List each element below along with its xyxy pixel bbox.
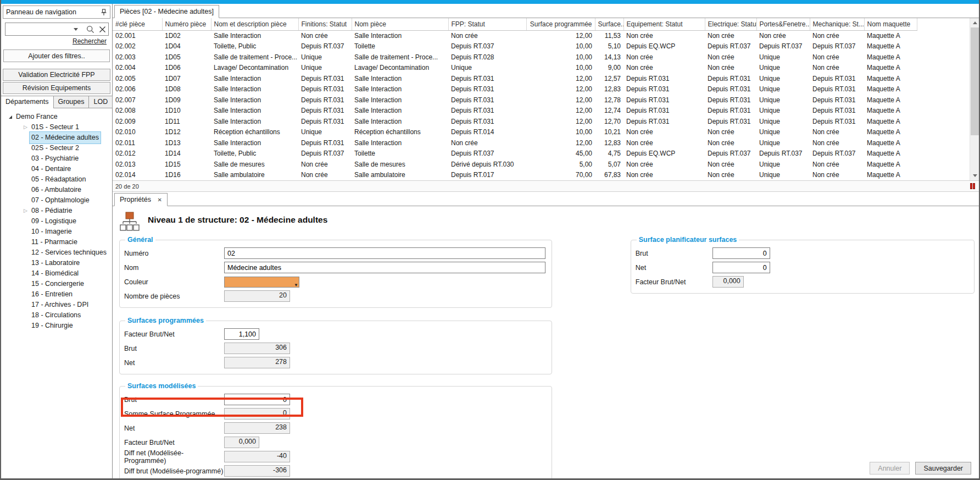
table-cell: Maquette A [864, 30, 917, 41]
table-cell: Depuis RT.031 [705, 73, 756, 84]
table-cell: Depuis RT.031 [623, 106, 705, 117]
nav-tab-groupes[interactable]: Groupes [53, 96, 90, 108]
table-row[interactable]: 02.0011D02Salle InteractionNon créeSalle… [113, 30, 917, 41]
table-cell: Unique [756, 95, 810, 106]
table-cell: 1D07 [162, 73, 211, 84]
form-row: Brut306 [124, 341, 547, 355]
column-header[interactable]: Surface programmée [526, 18, 595, 30]
expand-arrow-icon[interactable]: ▷ [22, 122, 29, 133]
saved-filter-button[interactable]: Révision Equipements [3, 82, 110, 94]
table-cell: Depuis RT.031 [448, 84, 526, 95]
plan-brut-input[interactable] [712, 247, 770, 259]
table-cell: 02.012 [113, 148, 162, 159]
table-row[interactable]: 02.0111D13Salle InteractionDepuis RT.031… [113, 137, 917, 148]
table-cell: 1D15 [162, 159, 211, 170]
surfaces-programmees-rows: Facteur Brut/NetBrut306Net278 [124, 327, 547, 369]
expand-arrow-icon[interactable]: ▷ [22, 206, 29, 216]
column-header[interactable]: Electrique: Statut [705, 18, 756, 30]
chevron-down-icon[interactable] [74, 28, 78, 31]
field-label: Diff brut (Modélisée-programmé) [124, 467, 224, 475]
table-cell: Depuis RT.031 [810, 73, 864, 84]
expand-arrow-icon[interactable] [7, 115, 14, 119]
clear-search-icon[interactable] [99, 26, 106, 33]
table-cell: Non crée [298, 170, 352, 181]
add-filters-button[interactable]: Ajouter des filtres.. [3, 49, 110, 62]
table-cell: 02.010 [113, 127, 162, 138]
table-row[interactable]: 02.0101D12Réception échantillonsUniqueRé… [113, 127, 917, 138]
search-link[interactable]: Rechercher [73, 37, 107, 45]
properties-title: Niveau 1 de structure: 02 - Médecine adu… [148, 215, 327, 225]
tab-pieces[interactable]: Pièces [02 - Médecine adultes] [114, 5, 219, 18]
column-header[interactable]: FPP: Statut [448, 18, 526, 30]
table-row[interactable]: 02.0021D04Toilette, PublicDepuis RT.037T… [113, 41, 917, 52]
table-cell: 10,00 [526, 127, 595, 138]
plan-net-input[interactable] [712, 262, 770, 273]
column-header[interactable]: Surface... [595, 18, 623, 30]
model-brut-input[interactable] [224, 394, 290, 405]
table-cell: Depuis RT.037 [448, 148, 526, 159]
nav-tab-départements[interactable]: Départements [1, 96, 54, 108]
table-row[interactable]: 02.0121D14Toilette, PublicDepuis RT.037T… [113, 148, 917, 159]
general-group: Général NuméroNomCouleur▼Nombre de pièce… [119, 236, 552, 308]
column-header[interactable]: Nom pièce [352, 18, 448, 30]
tree-item[interactable]: 19 - Chirurgie [1, 321, 112, 331]
table-row[interactable]: 02.0061D08Salle InteractionDepuis RT.031… [113, 84, 917, 95]
table-row[interactable]: 02.0141D16Salle ambulatoireNon créeSalle… [113, 170, 917, 181]
table-cell: 02.003 [113, 52, 162, 63]
saved-filter-button[interactable]: Validation Electricité FPP [3, 69, 110, 81]
scroll-up-icon[interactable] [970, 18, 979, 27]
numero-input[interactable] [224, 247, 545, 259]
form-row: Net278 [124, 356, 547, 369]
table-cell: Toilette, Public [211, 41, 298, 52]
search-input[interactable] [5, 23, 109, 36]
table-cell: Depuis RT.037 [810, 148, 864, 159]
cancel-button[interactable]: Annuler [870, 462, 910, 475]
form-row: Diff brut (Modélisée-programmé)-306 [124, 464, 547, 478]
form-row: Diff net (Modélisée-Programmée)-40 [124, 450, 547, 464]
table-cell: Salle Interaction [211, 73, 298, 84]
table-cell: Depuis EQ.WCP [623, 148, 705, 159]
table-cell: Toilette, Public [211, 148, 298, 159]
nom-input[interactable] [224, 262, 545, 273]
couleur-dropdown[interactable]: ▼ [224, 277, 299, 288]
table-row[interactable]: 02.0091D11Salle InteractionDepuis RT.031… [113, 116, 917, 127]
surface-planificateur-rows: BrutNetFacteur Brut/Net0,000 [636, 246, 970, 289]
scrollbar-thumb[interactable] [971, 27, 979, 135]
model-status-icon[interactable] [970, 183, 975, 189]
table-cell: 10,00 [526, 41, 595, 52]
column-header[interactable]: Equipement: Statut [623, 18, 705, 30]
table-row[interactable]: 02.0071D09Salle InteractionDepuis RT.031… [113, 95, 917, 106]
close-icon[interactable]: ✕ [157, 197, 162, 203]
table-cell: 1D06 [162, 63, 211, 74]
tab-proprietes[interactable]: Propriétés ✕ [114, 193, 168, 206]
prog-net-value: 278 [224, 357, 290, 368]
column-header[interactable]: Nom et description pièce [211, 18, 298, 30]
column-header[interactable]: Nom maquette [864, 18, 917, 30]
table-cell: Lavage/ Decontamination [211, 63, 298, 74]
column-header[interactable]: Numéro pièce [162, 18, 211, 30]
save-button[interactable]: Sauvegarder [915, 462, 971, 475]
table-cell: 12,78 [595, 95, 623, 106]
table-cell: Non crée [810, 63, 864, 74]
column-header[interactable]: Mechanique: St... [810, 18, 864, 30]
table-row[interactable]: 02.0031D05Salle de traitement - Proce...… [113, 52, 917, 63]
model-facteur-value: 0,000 [224, 437, 259, 448]
table-cell: Salle Interaction [352, 106, 448, 117]
table-row[interactable]: 02.0081D10Salle InteractionDepuis RT.031… [113, 106, 917, 117]
column-header[interactable]: Portes&Fenetre... [756, 18, 810, 30]
diff-brut-value: -306 [224, 465, 290, 477]
table-cell: Toilette [352, 41, 448, 52]
table-vertical-scrollbar[interactable] [970, 18, 979, 180]
table-row[interactable]: 02.0131D15Salle de mesuresNon créeSalle … [113, 159, 917, 170]
search-icon[interactable] [86, 25, 94, 34]
table-row[interactable]: 02.0051D07Salle InteractionDepuis RT.031… [113, 73, 917, 84]
pin-icon[interactable] [101, 9, 107, 16]
column-header[interactable]: Finitions: Statut [298, 18, 352, 30]
prog-facteur-input[interactable] [224, 328, 259, 340]
table-cell: Dérivé depuis RT.030 [448, 159, 526, 170]
scroll-down-icon[interactable] [970, 171, 979, 180]
column-header[interactable]: #clé pièce [113, 18, 162, 30]
table-cell: Depuis RT.037 [448, 41, 526, 52]
nav-tab-lod[interactable]: LOD [88, 96, 113, 108]
table-row[interactable]: 02.0041D06Lavage/ DecontaminationUniqueL… [113, 63, 917, 74]
